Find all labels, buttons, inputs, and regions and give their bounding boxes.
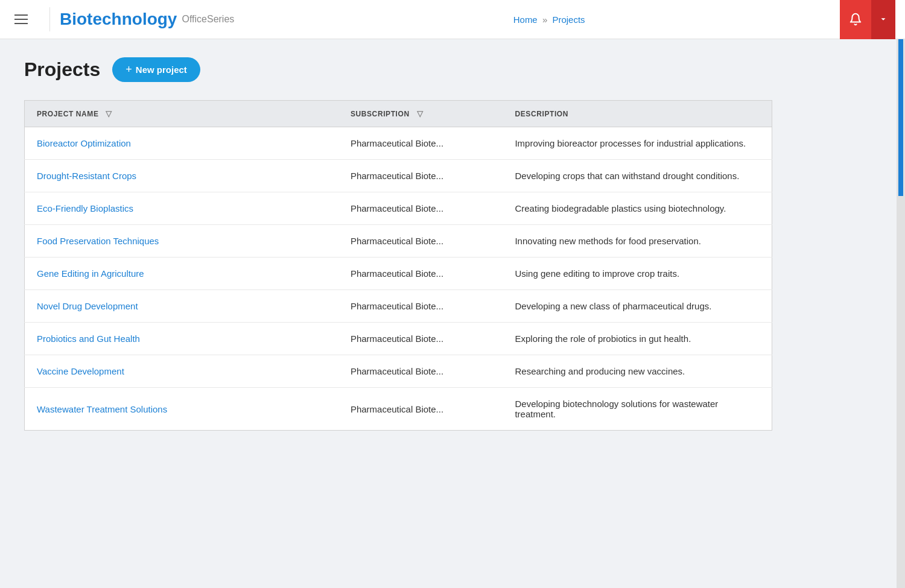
- app-title: Biotechnology: [60, 10, 177, 29]
- scrollbar-thumb[interactable]: [898, 39, 903, 196]
- subscription-cell: Pharmaceutical Biote...: [338, 258, 503, 290]
- project-name-cell: Gene Editing in Agriculture: [25, 258, 338, 290]
- subscription-cell: Pharmaceutical Biote...: [338, 388, 503, 431]
- project-link[interactable]: Wastewater Treatment Solutions: [37, 404, 167, 414]
- subscription-cell: Pharmaceutical Biote...: [338, 160, 503, 192]
- project-link[interactable]: Vaccine Development: [37, 366, 124, 376]
- col-header-project-name: PROJECT NAME ▽: [25, 101, 338, 127]
- table-row: Eco-Friendly BioplasticsPharmaceutical B…: [25, 192, 772, 225]
- description-cell: Developing biotechnology solutions for w…: [503, 388, 772, 431]
- description-cell: Using gene editing to improve crop trait…: [503, 258, 772, 290]
- project-name-cell: Drought-Resistant Crops: [25, 160, 338, 192]
- header-actions: [840, 0, 895, 39]
- project-name-cell: Bioreactor Optimization: [25, 127, 338, 160]
- description-cell: Creating biodegradable plastics using bi…: [503, 192, 772, 225]
- subscription-cell: Pharmaceutical Biote...: [338, 290, 503, 323]
- col-header-description: DESCRIPTION: [503, 101, 772, 127]
- breadcrumb-separator: »: [542, 14, 547, 25]
- project-link[interactable]: Drought-Resistant Crops: [37, 171, 136, 181]
- project-link[interactable]: Food Preservation Techniques: [37, 236, 159, 246]
- breadcrumb-home[interactable]: Home: [513, 14, 538, 25]
- notification-button[interactable]: [840, 0, 871, 39]
- col-header-subscription: SUBSCRIPTION ▽: [338, 101, 503, 127]
- chevron-down-icon: [879, 15, 888, 24]
- main-content: Projects + New project PROJECT NAME ▽ SU…: [0, 39, 796, 449]
- project-link[interactable]: Gene Editing in Agriculture: [37, 268, 144, 279]
- app-subtitle: OfficeSeries: [182, 14, 234, 25]
- project-link[interactable]: Probiotics and Gut Health: [37, 334, 140, 344]
- table-body: Bioreactor OptimizationPharmaceutical Bi…: [25, 127, 772, 431]
- description-cell: Researching and producing new vaccines.: [503, 355, 772, 388]
- subscription-cell: Pharmaceutical Biote...: [338, 127, 503, 160]
- project-name-cell: Vaccine Development: [25, 355, 338, 388]
- project-name-cell: Novel Drug Development: [25, 290, 338, 323]
- project-link[interactable]: Bioreactor Optimization: [37, 138, 131, 148]
- project-link[interactable]: Eco-Friendly Bioplastics: [37, 203, 133, 213]
- table-row: Bioreactor OptimizationPharmaceutical Bi…: [25, 127, 772, 160]
- project-name-cell: Probiotics and Gut Health: [25, 323, 338, 355]
- project-link[interactable]: Novel Drug Development: [37, 301, 138, 311]
- new-project-button[interactable]: + New project: [112, 57, 200, 82]
- user-dropdown-button[interactable]: [871, 0, 895, 39]
- subscription-cell: Pharmaceutical Biote...: [338, 225, 503, 258]
- table-row: Probiotics and Gut HealthPharmaceutical …: [25, 323, 772, 355]
- new-project-label: New project: [136, 65, 187, 75]
- table-row: Drought-Resistant CropsPharmaceutical Bi…: [25, 160, 772, 192]
- plus-icon: +: [125, 63, 132, 76]
- table-row: Food Preservation TechniquesPharmaceutic…: [25, 225, 772, 258]
- table-row: Vaccine DevelopmentPharmaceutical Biote.…: [25, 355, 772, 388]
- project-name-cell: Eco-Friendly Bioplastics: [25, 192, 338, 225]
- description-cell: Innovating new methods for food preserva…: [503, 225, 772, 258]
- filter-icon-subscription[interactable]: ▽: [417, 109, 424, 118]
- scrollbar[interactable]: [897, 39, 905, 449]
- table-row: Novel Drug DevelopmentPharmaceutical Bio…: [25, 290, 772, 323]
- description-cell: Developing a new class of pharmaceutical…: [503, 290, 772, 323]
- description-cell: Developing crops that can withstand drou…: [503, 160, 772, 192]
- header-divider: [49, 7, 50, 31]
- table-row: Wastewater Treatment SolutionsPharmaceut…: [25, 388, 772, 431]
- subscription-cell: Pharmaceutical Biote...: [338, 192, 503, 225]
- description-cell: Exploring the role of probiotics in gut …: [503, 323, 772, 355]
- table-row: Gene Editing in AgriculturePharmaceutica…: [25, 258, 772, 290]
- page-header: Projects + New project: [24, 57, 772, 82]
- projects-table: PROJECT NAME ▽ SUBSCRIPTION ▽ DESCRIPTIO…: [24, 100, 772, 431]
- filter-icon-project[interactable]: ▽: [106, 109, 112, 118]
- app-header: Biotechnology OfficeSeries Home » Projec…: [0, 0, 905, 39]
- menu-button[interactable]: [10, 10, 33, 29]
- subscription-cell: Pharmaceutical Biote...: [338, 355, 503, 388]
- project-name-cell: Wastewater Treatment Solutions: [25, 388, 338, 431]
- page-title: Projects: [24, 58, 100, 81]
- project-name-cell: Food Preservation Techniques: [25, 225, 338, 258]
- description-cell: Improving bioreactor processes for indus…: [503, 127, 772, 160]
- bell-icon: [849, 13, 862, 26]
- breadcrumb-current[interactable]: Projects: [552, 14, 585, 25]
- table-header: PROJECT NAME ▽ SUBSCRIPTION ▽ DESCRIPTIO…: [25, 101, 772, 127]
- breadcrumb: Home » Projects: [258, 14, 840, 25]
- subscription-cell: Pharmaceutical Biote...: [338, 323, 503, 355]
